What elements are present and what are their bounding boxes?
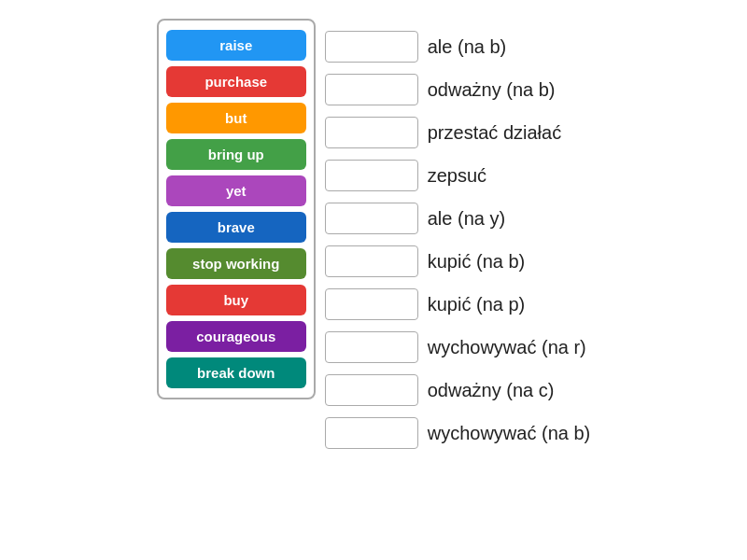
match-label-match6: kupić (na b) (428, 251, 526, 273)
match-row-match5: ale (na y) (325, 200, 591, 237)
match-row-match2: odważny (na b) (325, 71, 591, 108)
match-row-match9: odważny (na c) (325, 371, 591, 409)
match-label-match7: kupić (na p) (428, 294, 526, 315)
main-container: raisepurchasebutbring upyetbravestop wor… (157, 19, 591, 461)
match-label-match1: ale (na b) (428, 36, 507, 58)
word-btn-stop_working[interactable]: stop working (166, 248, 306, 279)
match-row-match6: kupić (na b) (325, 243, 591, 280)
match-label-match2: odważny (na b) (428, 79, 556, 101)
match-label-match10: wychowywać (na b) (428, 423, 591, 444)
word-btn-purchase[interactable]: purchase (166, 66, 306, 97)
left-panel: raisepurchasebutbring upyetbravestop wor… (157, 19, 316, 399)
match-input-match4[interactable] (325, 160, 418, 191)
match-input-match7[interactable] (325, 288, 418, 320)
match-label-match4: zepsuć (428, 165, 486, 187)
match-label-match5: ale (na y) (428, 208, 505, 230)
match-input-match3[interactable] (325, 117, 418, 148)
match-label-match9: odważny (na c) (428, 380, 555, 401)
match-input-match8[interactable] (325, 331, 418, 363)
match-row-match1: ale (na b) (325, 28, 591, 65)
match-row-match8: wychowywać (na r) (325, 329, 591, 366)
word-btn-brave[interactable]: brave (166, 212, 306, 243)
word-btn-but[interactable]: but (166, 103, 306, 133)
match-label-match8: wychowywać (na r) (428, 337, 586, 358)
match-input-match2[interactable] (325, 74, 418, 105)
match-row-match7: kupić (na p) (325, 286, 591, 323)
match-row-match4: zepsuć (325, 157, 591, 194)
match-input-match9[interactable] (325, 374, 418, 406)
match-label-match3: przestać działać (428, 122, 561, 144)
word-btn-break_down[interactable]: break down (166, 357, 306, 388)
match-row-match10: wychowywać (na b) (325, 414, 591, 452)
right-panel: ale (na b)odważny (na b)przestać działać… (316, 19, 591, 461)
match-input-match10[interactable] (325, 417, 418, 449)
match-input-match1[interactable] (325, 31, 418, 63)
word-btn-bring_up[interactable]: bring up (166, 139, 306, 170)
word-btn-raise[interactable]: raise (166, 30, 306, 61)
match-input-match6[interactable] (325, 245, 418, 277)
word-btn-yet[interactable]: yet (166, 175, 306, 206)
word-btn-buy[interactable]: buy (166, 285, 306, 315)
word-btn-courageous[interactable]: courageous (166, 321, 306, 352)
match-row-match3: przestać działać (325, 114, 591, 151)
match-input-match5[interactable] (325, 203, 418, 234)
